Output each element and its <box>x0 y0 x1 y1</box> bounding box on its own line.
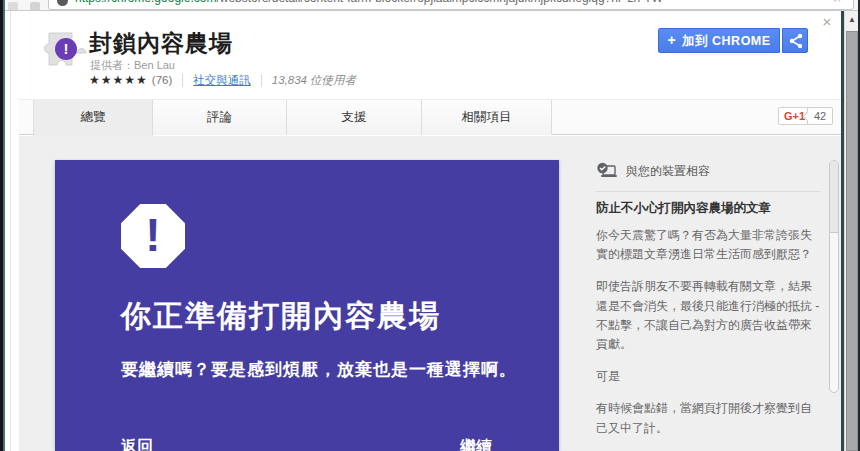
user-count: 13,834 位使用者 <box>272 73 356 88</box>
extension-puzzle-icon: ! <box>44 28 88 72</box>
share-button[interactable] <box>782 28 808 53</box>
share-icon <box>788 33 804 49</box>
url-scheme: https://chrome.google.com <box>75 0 216 5</box>
overview-sidebar: 與您的裝置相容 防止不小心打開內容農場的文章 你今天震驚了嗎？有否為大量非常誇張… <box>596 160 820 451</box>
sidebar-divider <box>596 191 820 192</box>
compatibility-row: 與您的裝置相容 <box>596 160 820 182</box>
extension-title: 封鎖內容農場 <box>89 28 233 59</box>
stop-octagon-icon: ! <box>121 204 185 268</box>
browser-address-bar: https://chrome.google.com/webstore/detai… <box>0 0 860 11</box>
description-heading: 防止不小心打開內容農場的文章 <box>596 200 820 217</box>
screenshot-preview[interactable]: ! 你正準備打開內容農場 要繼續嗎？要是感到煩厭，放棄也是一種選擇啊。 返回 繼… <box>55 160 559 451</box>
device-check-icon <box>596 162 618 180</box>
tab-related[interactable]: 相關項目 <box>422 100 552 135</box>
page-left-border <box>10 11 11 451</box>
rating-count: (76) <box>152 74 172 86</box>
meta-divider <box>261 74 262 87</box>
description-para: 可是 <box>596 367 820 386</box>
close-icon[interactable]: × <box>819 14 835 30</box>
continue-link: 繼續 <box>460 437 492 451</box>
tab-bar: 總覽 評論 支援 相關項目 G+1 42 <box>19 99 841 135</box>
description-para: 即使告訴朋友不要再轉載有關文章，結果還是不會消失，最後只能進行消極的抵抗 - 不… <box>596 277 820 354</box>
reload-icon[interactable] <box>30 2 40 11</box>
scrollbar-thumb[interactable] <box>846 31 858 451</box>
extension-byline: 提供者：Ben Lau <box>90 58 175 73</box>
screenshot-heading: 你正準備打開內容農場 <box>121 296 441 337</box>
tab-reviews[interactable]: 評論 <box>153 100 287 135</box>
url-text: https://chrome.google.com/webstore/detai… <box>75 0 663 5</box>
back-link: 返回 <box>121 437 153 451</box>
window-left-accent <box>3 0 5 451</box>
bookmark-star-icon[interactable]: ☆ <box>831 0 843 5</box>
exclamation-badge-icon: ! <box>55 38 77 60</box>
gplus-count-bubble: 42 <box>807 107 833 125</box>
compatibility-label: 與您的裝置相容 <box>626 163 710 180</box>
tab-overview[interactable]: 總覽 <box>33 100 153 136</box>
add-to-chrome-label: 加到 CHROME <box>682 34 771 48</box>
url-path: /webstore/detail/content-farm-blocker/op… <box>216 0 663 5</box>
sidebar-scrollbar[interactable] <box>829 160 839 393</box>
scrollbar-up-arrow-icon[interactable]: ▲ <box>845 13 859 27</box>
category-link[interactable]: 社交與通訊 <box>193 73 251 88</box>
site-info-icon[interactable] <box>57 0 68 6</box>
description-para: 你今天震驚了嗎？有否為大量非常誇張失實的標題文章湧進日常生活而感到厭惡？ <box>596 226 820 264</box>
meta-divider <box>182 74 183 87</box>
octagon-exclaim: ! <box>121 208 185 262</box>
dialog-header: ! 封鎖內容農場 提供者：Ben Lau ★★★★★ (76) 社交與通訊 13… <box>19 11 841 99</box>
extension-meta-row: ★★★★★ (76) 社交與通訊 13,834 位使用者 <box>89 72 356 88</box>
screenshot-subheading: 要繼續嗎？要是感到煩厭，放棄也是一種選擇啊。 <box>121 358 517 381</box>
extension-detail-dialog: ! 封鎖內容農場 提供者：Ben Lau ★★★★★ (76) 社交與通訊 13… <box>19 11 841 451</box>
rating-stars-icon[interactable]: ★★★★★ <box>89 73 148 87</box>
back-icon[interactable] <box>8 2 18 11</box>
tab-support[interactable]: 支援 <box>287 100 422 135</box>
description-para: 有時候會點錯，當網頁打開後才察覺到自己又中了計。 <box>596 399 820 437</box>
sidebar-scrollbar-thumb[interactable] <box>830 161 838 233</box>
plus-icon: + <box>667 32 676 48</box>
browser-scrollbar[interactable]: ▲ <box>844 11 858 451</box>
omnibox[interactable]: https://chrome.google.com/webstore/detai… <box>48 0 854 10</box>
add-to-chrome-button[interactable]: +加到 CHROME <box>658 28 780 53</box>
overview-content: ! 你正準備打開內容農場 要繼續嗎？要是感到煩厭，放棄也是一種選擇啊。 返回 繼… <box>19 136 841 451</box>
